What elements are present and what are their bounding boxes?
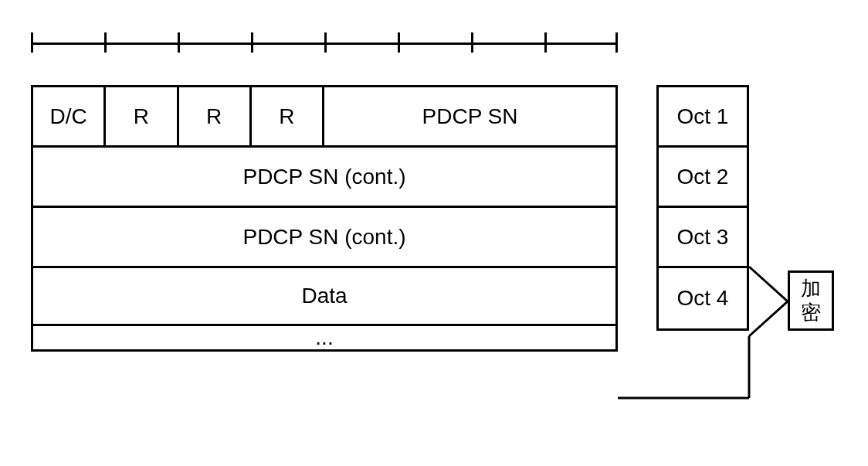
pdu-row-3: PDCP SN (cont.) [33,208,615,268]
bit-ruler [31,31,618,54]
field-pdcp-sn-cont-1: PDCP SN (cont.) [33,148,615,206]
field-ellipsis: ... [33,326,615,349]
pdu-row-5-ellipsis: ... [33,326,615,349]
field-r2: R [179,87,252,145]
oct-2-label: Oct 2 [659,148,747,208]
svg-line-0 [749,267,788,301]
field-data: Data [33,268,615,324]
pdu-row-1: D/C R R R PDCP SN [33,87,615,148]
field-pdcp-sn: PDCP SN [324,87,615,145]
cipher-label-line1: 加 [801,277,821,301]
pdu-row-2: PDCP SN (cont.) [33,148,615,208]
oct-1-label: Oct 1 [659,87,747,148]
pdu-row-4-data: Data [33,268,615,326]
cipher-label-line2: 密 [801,301,821,325]
field-pdcp-sn-cont-2: PDCP SN (cont.) [33,208,615,266]
pdu-structure-table: D/C R R R PDCP SN PDCP SN (cont.) PDCP S… [31,85,618,352]
field-dc: D/C [33,87,106,145]
field-r3: R [252,87,324,145]
oct-3-label: Oct 3 [659,208,747,268]
svg-line-1 [749,301,788,336]
oct-4-label: Oct 4 [659,268,747,328]
pdcp-pdu-diagram: D/C R R R PDCP SN PDCP SN (cont.) PDCP S… [15,15,853,451]
cipher-label-box: 加 密 [788,270,834,331]
octet-labels-table: Oct 1 Oct 2 Oct 3 Oct 4 [656,85,749,331]
field-r1: R [106,87,178,145]
